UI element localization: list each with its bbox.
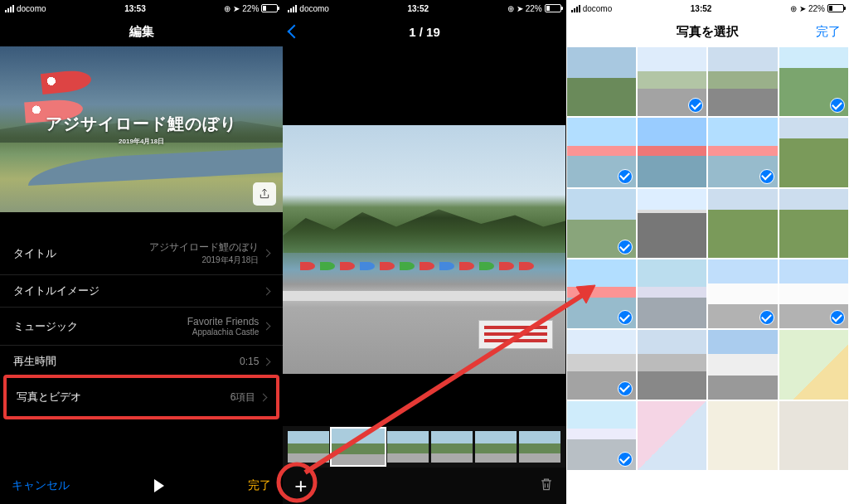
photo-cell[interactable] [708,47,777,116]
photo-cell[interactable] [567,118,636,187]
thumbnail-strip[interactable] [283,426,565,468]
photo-cell[interactable] [638,401,706,470]
bottom-toolbar: + [283,468,565,504]
done-button[interactable]: 完了 [816,24,841,40]
location-icon: ➤ [233,4,240,13]
row-duration[interactable]: 再生時間 0:15 [0,346,283,372]
signal-icon [288,5,297,12]
checkmark-icon [618,169,633,184]
photo-thumbnail [638,189,706,258]
status-bar: docomo 13:53 ⊕ ➤ 22% [0,0,283,17]
checkmark-icon [618,240,633,254]
done-button[interactable]: 完了 [248,478,271,493]
nav-title: 写真を選択 [677,24,739,40]
carrier-label: docomo [17,4,46,13]
row-music[interactable]: ミュージック Favorite Friends Appalachia Castl… [0,308,283,346]
koinobori-icon [41,69,92,94]
status-bar: docomo 13:52 ⊕ ➤ 22% [283,0,565,17]
thumbnail[interactable] [475,431,517,463]
photo-cell[interactable] [638,259,706,328]
checkmark-icon [759,169,774,184]
carrier-label: docomo [299,4,329,13]
photo-thumbnail [638,259,706,328]
thumbnail[interactable] [431,431,473,463]
photo-cell[interactable] [708,189,777,258]
alarm-icon: ⊕ [507,4,514,13]
battery-pct: 22% [526,4,542,13]
battery-icon [545,4,561,12]
back-button[interactable] [289,27,299,36]
photo-cell[interactable] [638,330,706,399]
play-button[interactable] [154,479,164,492]
chevron-right-icon [263,322,271,331]
photo-cell[interactable] [567,259,636,328]
nav-bar: 1 / 19 [283,17,565,46]
photo-cell[interactable] [779,330,848,399]
carrier-label: docomo [583,4,613,13]
photo-cell[interactable] [708,401,777,470]
chevron-right-icon [263,250,271,258]
photo-cell[interactable] [638,189,706,258]
clock: 13:52 [407,4,429,13]
photo-cell[interactable] [779,259,848,328]
row-title-image[interactable]: タイトルイメージ [0,275,283,308]
photo-cell[interactable] [638,47,706,116]
thumbnail[interactable] [387,431,429,463]
row-photos-videos[interactable]: 写真とビデオ 6項目 [7,378,276,416]
checkmark-icon [759,310,774,325]
photo-cell[interactable] [779,189,848,258]
status-bar: docomo 13:52 ⊕ ➤ 22% [566,0,849,17]
photo-thumbnail [638,401,706,470]
photo-cell[interactable] [567,330,636,399]
battery-pct: 22% [808,4,825,13]
thumbnail-selected[interactable] [332,429,385,465]
nav-title: 編集 [129,24,154,40]
nav-bar: 写真を選択 完了 [566,17,849,46]
thumbnail[interactable] [519,431,560,463]
screen-edit-memory: docomo 13:53 ⊕ ➤ 22% 編集 アジサイロード鯉のぼり 2019… [0,0,283,504]
row-title[interactable]: タイトル アジサイロード鯉のぼり 2019年4月18日 [0,232,283,275]
chevron-right-icon [260,393,268,401]
alarm-icon: ⊕ [224,4,230,13]
photo-cell[interactable] [567,401,636,470]
signal-icon [5,5,14,12]
photo-cell[interactable] [779,47,848,116]
battery-icon [827,4,844,12]
photo-thumbnail [708,330,777,399]
photo-cell[interactable] [638,118,706,187]
photo-cell[interactable] [567,189,636,258]
memory-title-overlay: アジサイロード鯉のぼり 2019年4月18日 [46,113,237,146]
bottom-toolbar: キャンセル 完了 [0,468,283,504]
chevron-right-icon [263,287,271,295]
share-button[interactable] [253,182,276,206]
annotation-highlight-box: 写真とビデオ 6項目 [3,375,279,419]
photo-thumbnail [567,47,636,116]
location-icon: ➤ [517,4,523,13]
photo-cell[interactable] [708,330,777,399]
photo-thumbnail [638,330,706,399]
thumbnail[interactable] [288,431,329,463]
settings-list: タイトル アジサイロード鯉のぼり 2019年4月18日 タイトルイメージ ミュー… [0,232,283,419]
cancel-button[interactable]: キャンセル [12,478,70,493]
photo-thumbnail [708,47,777,116]
add-button[interactable]: + [294,475,307,497]
photo-thumbnail [708,189,777,258]
photo-thumbnail [779,118,848,187]
photo-thumbnail [779,401,848,470]
current-photo [283,125,565,374]
screen-photo-picker: docomo 13:52 ⊕ ➤ 22% 写真を選択 完了 [566,0,849,504]
photo-cell[interactable] [779,118,848,187]
photo-thumbnail [708,401,777,470]
delete-button[interactable] [538,475,555,497]
signal-icon [571,5,580,12]
memory-hero[interactable]: アジサイロード鯉のぼり 2019年4月18日 [0,46,283,212]
photo-cell[interactable] [567,47,636,116]
photo-viewer[interactable] [283,46,565,453]
screen-photo-viewer: docomo 13:52 ⊕ ➤ 22% 1 / 19 [283,0,565,504]
checkmark-icon [618,381,633,396]
photo-thumbnail [779,189,848,258]
clock: 13:53 [124,4,146,13]
photo-cell[interactable] [708,118,777,187]
photo-cell[interactable] [779,401,848,470]
photo-cell[interactable] [708,259,777,328]
